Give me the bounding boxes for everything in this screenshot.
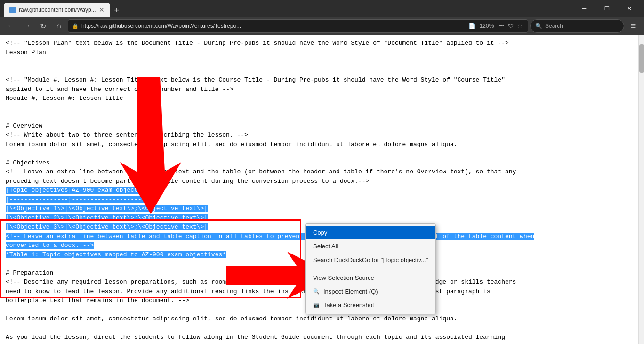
forward-button[interactable]: → (20, 19, 34, 33)
shield-btn[interactable]: 🛡 (507, 23, 515, 29)
bookmark-btn[interactable]: ☆ (516, 23, 524, 29)
menu-item-take-screenshot[interactable]: 📷Take a Screenshot (306, 298, 435, 312)
line-3 (6, 66, 633, 76)
line-12 (6, 149, 633, 158)
minimize-button[interactable]: ─ (573, 0, 595, 17)
reader-mode-btn[interactable]: 📄 (467, 23, 477, 29)
line-2 (6, 57, 633, 66)
address-bar[interactable]: 🔒 https://raw.githubusercontent.com/Wayp… (68, 19, 528, 33)
line-18: |\<Objective_1\>|\<Objective_text\>;\<Ob… (6, 204, 633, 213)
menu-item-select-all[interactable]: Select All (306, 239, 435, 253)
line-16: |Topic objectives|AZ-900 exam objectives… (6, 186, 633, 195)
browser-menu-button[interactable]: ≡ (626, 19, 640, 33)
line-11: Lorem ipsum dolor sit amet, consectetur … (6, 140, 633, 149)
url-text: https://raw.githubusercontent.com/Waypoi… (81, 23, 464, 29)
line-17: |----------------|----------------------… (6, 195, 633, 205)
scrollbar[interactable] (638, 35, 644, 344)
lock-icon: 🔒 (72, 23, 79, 29)
line-5: applied to it and have the correct cours… (6, 85, 633, 94)
new-tab-button[interactable]: + (110, 4, 123, 17)
menu-item-view-selection-source[interactable]: View Selection Source (306, 271, 435, 285)
close-button[interactable]: ✕ (619, 0, 640, 17)
search-icon: 🔍 (535, 23, 542, 29)
line-10: <!-- Write about two to three sentences … (6, 131, 633, 140)
menu-item-inspect-element[interactable]: 🔍Inspect Element (Q) (306, 285, 435, 298)
content-area: <!-- "Lesson Plan" text below is the Doc… (0, 35, 644, 344)
home-button[interactable]: ⌂ (52, 19, 66, 33)
more-btn[interactable]: ••• (497, 23, 506, 29)
line-19: |\<Objective_2\>|\<Objective_text\>;\<Ob… (6, 213, 633, 223)
line-9: # Overview (6, 122, 633, 131)
restore-button[interactable]: ❐ (596, 0, 618, 17)
line-14: <!-- Leave an extra line between any Ove… (6, 167, 633, 177)
menu-separator (306, 269, 435, 269)
search-bar[interactable]: 🔍 Search (530, 19, 624, 33)
line-6: Module #, Lesson #: Lesson title (6, 94, 633, 103)
line-15: preceding text doesn't become part of th… (6, 177, 633, 186)
title-bar: raw.githubcontent.com/Wayp... ✕ + ─ ❐ ✕ (0, 0, 644, 17)
zoom-level: 120% (478, 23, 496, 29)
context-menu: CopySelect AllSearch DuckDuckGo for "|To… (305, 223, 436, 314)
menu-item-copy[interactable]: Copy (306, 226, 435, 239)
window-controls: ─ ❐ ✕ (573, 0, 640, 17)
tab-close-btn[interactable]: ✕ (99, 7, 105, 13)
address-actions: 📄 120% ••• 🛡 ☆ (467, 23, 524, 29)
line-31 (6, 324, 633, 333)
back-button[interactable]: ← (4, 19, 18, 33)
line-30: Lorem ipsum dolor sit amet, consectetur … (6, 314, 633, 324)
search-placeholder: Search (545, 23, 563, 29)
line-32: As you lead the lesson, direct the stude… (6, 333, 633, 342)
line-8 (6, 112, 633, 122)
menu-item-search-duckduckgo[interactable]: Search DuckDuckGo for "|Topic objectiv..… (306, 253, 435, 267)
line-7 (6, 103, 633, 113)
line-33: experiences such as the warm ups, activi… (6, 342, 633, 344)
refresh-button[interactable]: ↻ (36, 19, 50, 33)
browser-tab[interactable]: raw.githubcontent.com/Wayp... ✕ (4, 3, 110, 17)
nav-bar: ← → ↻ ⌂ 🔒 https://raw.githubusercontent.… (0, 17, 644, 35)
tab-favicon (9, 7, 16, 13)
line-1: Lesson Plan (6, 48, 633, 57)
tab-title: raw.githubcontent.com/Wayp... (19, 7, 96, 13)
tab-area: raw.githubcontent.com/Wayp... ✕ + (4, 0, 573, 17)
scrollbar-thumb[interactable] (639, 44, 644, 73)
line-4: <!-- "Module #, Lesson #: Lesson Title" … (6, 75, 633, 85)
line-13: # Objectives (6, 158, 633, 168)
line-0: <!-- "Lesson Plan" text below is the Doc… (6, 39, 633, 48)
